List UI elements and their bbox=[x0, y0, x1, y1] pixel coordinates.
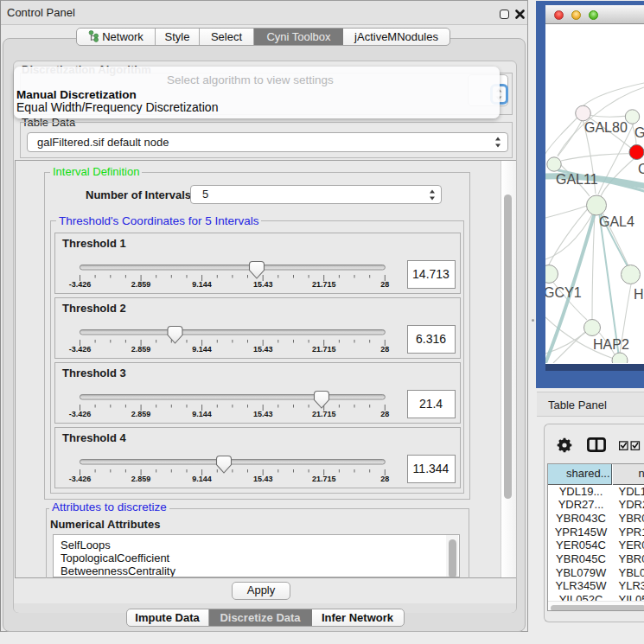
svg-text:GCY1: GCY1 bbox=[545, 285, 582, 300]
svg-text:GAL4: GAL4 bbox=[599, 214, 634, 229]
svg-text:C: C bbox=[638, 162, 644, 176]
svg-text:H: H bbox=[634, 287, 644, 302]
svg-text:G.: G. bbox=[634, 125, 644, 140]
svg-text:GAL11: GAL11 bbox=[556, 172, 598, 187]
svg-text:GAL80: GAL80 bbox=[584, 120, 628, 135]
svg-text:HAP2: HAP2 bbox=[593, 337, 629, 352]
